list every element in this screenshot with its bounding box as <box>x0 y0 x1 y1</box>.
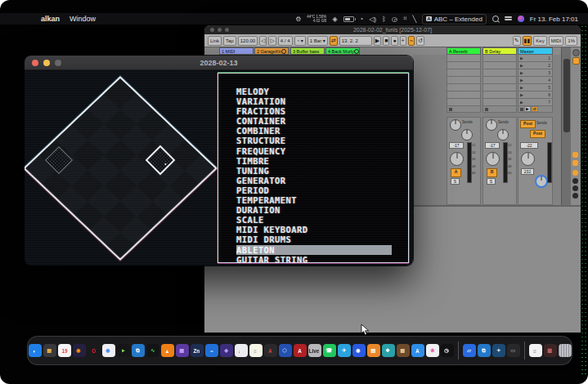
app-menu-name[interactable]: alkan <box>41 15 60 23</box>
nudge-down-button[interactable]: ◁ <box>259 36 267 46</box>
cue-button[interactable] <box>572 170 578 176</box>
menu-item[interactable]: DURATION <box>236 205 392 215</box>
track-header-4[interactable]: 4 Back Murly <box>325 47 360 55</box>
dock-icon[interactable]: ▩ <box>544 344 557 357</box>
timer-icon[interactable]: ◶ <box>392 16 397 23</box>
shield-icon[interactable]: ◈ <box>332 16 337 23</box>
send-b-knob[interactable] <box>497 129 509 141</box>
dock-icon[interactable]: ⧉ <box>478 344 491 357</box>
pause-toggle[interactable]: ▮▮ <box>523 36 532 46</box>
clip-slot[interactable] <box>447 69 481 77</box>
master-chip[interactable]: 232 <box>521 168 534 175</box>
battery-icon[interactable] <box>343 16 354 22</box>
menu-item[interactable]: COMBINER <box>236 126 392 136</box>
pencil-icon[interactable]: ╲ <box>413 16 417 23</box>
clip-slot[interactable] <box>483 84 517 92</box>
dock-icon[interactable] <box>559 344 572 357</box>
dock-icon[interactable]: ✦ <box>492 344 505 357</box>
volume-icon[interactable]: ◁) <box>369 16 376 23</box>
master-stop-row[interactable]: ▶ ⇄ <box>518 106 553 113</box>
dock-icon[interactable]: ≡ <box>249 344 263 357</box>
track-header-1[interactable]: 1 MIDI <box>219 47 254 55</box>
menu-item[interactable]: MIDI DRUMS <box>236 234 392 244</box>
automation-arm-button[interactable]: ⌁ <box>408 36 415 46</box>
scene-slot[interactable]: ▶ 4 <box>518 77 553 84</box>
dock-icon[interactable]: ◐ <box>29 344 42 357</box>
dock-icon[interactable]: ◉ <box>73 344 86 357</box>
dock-icon[interactable]: ◉ <box>102 344 115 357</box>
scene-play-icon[interactable]: ▶ <box>520 92 523 97</box>
time-signature-field[interactable]: 4 / 4 <box>278 36 293 46</box>
send-b-knob[interactable] <box>461 129 473 141</box>
menu-item[interactable]: VARIATION <box>236 96 392 106</box>
dock-icon[interactable]: ≡ <box>529 344 542 357</box>
record-button[interactable]: ● <box>391 36 397 46</box>
system-stats[interactable]: 44°C 1.50%4.02 GB <box>307 15 326 23</box>
volume-value[interactable]: -17 <box>449 142 464 149</box>
metronome-button[interactable]: ◔ ▾ <box>294 36 306 46</box>
return-header-a[interactable]: A Reverb <box>447 47 481 55</box>
crossfade-a-button[interactable] <box>572 152 578 158</box>
dock-icon[interactable]: ❖ <box>382 344 395 357</box>
dock-icon[interactable]: ∿ <box>146 344 159 357</box>
scrollbar-thumb[interactable] <box>563 59 570 132</box>
dock-icon[interactable]: ❀ <box>426 344 439 357</box>
play-button[interactable]: ▶ <box>374 36 381 46</box>
post-toggle-1[interactable]: Post <box>520 120 536 128</box>
solo-button[interactable]: S <box>487 178 496 185</box>
clip-slot[interactable] <box>447 84 481 92</box>
post-toggle-2[interactable]: Post <box>530 130 545 138</box>
scene-slot[interactable]: ▶ 5 <box>518 84 553 92</box>
dock-icon[interactable] <box>524 342 525 359</box>
crossfade-assign-b[interactable]: B <box>487 168 497 177</box>
stop-row[interactable] <box>447 106 481 113</box>
follow-button[interactable]: ⇄ <box>330 36 338 46</box>
solo-button[interactable]: S <box>451 178 460 185</box>
menu-item[interactable]: TUNING <box>236 166 392 176</box>
dock-icon[interactable]: ▦ <box>397 344 410 357</box>
menu-clock[interactable]: Fr 13. Feb 17:01 <box>530 16 578 23</box>
dock-icon[interactable]: ▱ <box>463 344 476 357</box>
scene-play-icon[interactable]: ▶ <box>520 70 523 75</box>
arrangement-position-field[interactable]: 13. 2. 2 <box>339 36 372 46</box>
dock-icon[interactable]: ♩ <box>235 344 248 357</box>
cue-volume-knob[interactable] <box>535 175 548 188</box>
scene-orange-chip[interactable]: ⇄ <box>532 106 538 112</box>
scene-slot[interactable]: ▶ 3 <box>518 69 553 77</box>
scene-slot[interactable]: ▶ 1 <box>518 55 553 62</box>
dock-icon[interactable]: Zn <box>191 344 204 357</box>
draw-mode-button[interactable]: ✎ <box>513 36 521 46</box>
dock-icon[interactable] <box>458 342 459 359</box>
clip-slot[interactable] <box>483 62 517 69</box>
dock-icon[interactable]: 19 <box>58 344 71 357</box>
master-header[interactable]: Master <box>518 47 553 55</box>
dock-icon[interactable]: ≈ <box>205 344 218 357</box>
quantize-menu[interactable]: 1 Bar ▾ <box>307 36 328 46</box>
dock-icon[interactable]: ⬡ <box>279 344 292 357</box>
pan-knob[interactable] <box>450 152 464 166</box>
master-volume-value[interactable]: -22 <box>520 142 538 149</box>
pan-knob[interactable] <box>486 152 500 166</box>
overview-button[interactable] <box>572 49 580 56</box>
menu-item[interactable]: MIDI KEYBOARD <box>236 225 392 234</box>
nudge-up-button[interactable]: ▷ <box>268 36 276 46</box>
dock-icon[interactable]: A <box>264 344 277 357</box>
menu-item[interactable]: FREQUENCY <box>236 146 392 156</box>
dock-icon[interactable]: ▦ <box>176 344 189 357</box>
crossfade-b-button[interactable] <box>572 160 578 166</box>
scene-play-icon[interactable]: ▶ <box>520 85 523 90</box>
menu-item[interactable]: GUITAR STRING <box>236 255 392 265</box>
midi-map-button[interactable]: MIDI <box>549 36 564 46</box>
menu-item[interactable]: TEMPERAMENT <box>236 195 392 205</box>
dock-icon[interactable]: ◷ <box>441 344 454 357</box>
overdub-button[interactable]: + <box>400 36 406 46</box>
input-source-menu[interactable]: A ABC – Extended <box>422 14 487 25</box>
clip-slot[interactable] <box>447 62 481 69</box>
scene-slot[interactable]: ▶ 2 <box>518 62 553 69</box>
dock-icon[interactable]: O <box>88 344 101 357</box>
scene-play-chip[interactable]: ▶ <box>524 106 531 112</box>
send-a-knob[interactable] <box>486 119 497 131</box>
clip-slot[interactable] <box>483 69 517 77</box>
scene-slot[interactable]: ▶ 6 <box>518 92 553 99</box>
key-map-button[interactable]: Key <box>533 36 546 46</box>
